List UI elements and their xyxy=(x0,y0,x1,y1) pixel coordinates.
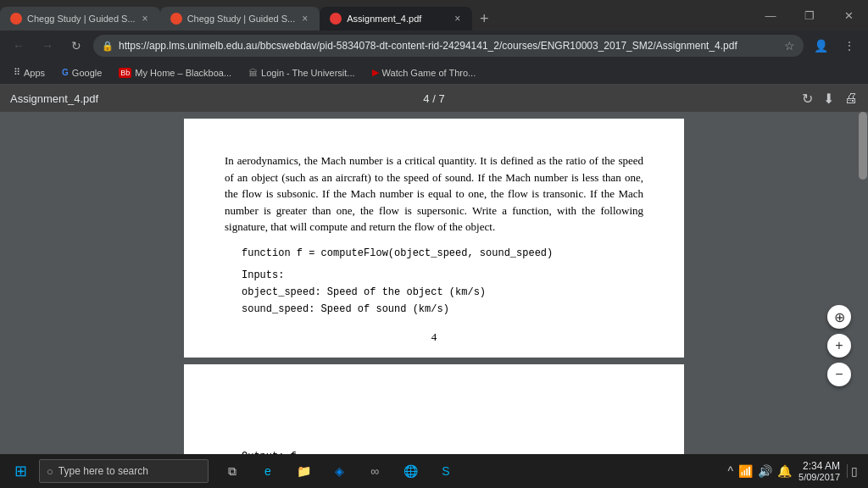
taskbar-search-icon: ○ xyxy=(47,465,53,478)
pdf-page-4: In aerodynamics, the Mach number is a cr… xyxy=(184,119,684,358)
tab-2-close[interactable]: × xyxy=(300,11,309,26)
forward-button[interactable]: → xyxy=(36,34,59,58)
taskbar-time-display: 2:34 AM xyxy=(798,460,840,472)
pdf-function-def: function f = computeFlow(object_speed, s… xyxy=(242,246,643,261)
tab-1-close[interactable]: × xyxy=(141,11,150,26)
bookmark-blackboard[interactable]: Bb My Home – Blackboa... xyxy=(112,64,238,82)
taskbar-edge[interactable]: e xyxy=(251,454,285,488)
bookmark-got-label: Watch Game of Thro... xyxy=(382,68,476,78)
tab-3-favicon xyxy=(330,13,342,25)
pdf-inputs-section: Inputs: object_speed: Speed of the objec… xyxy=(242,268,643,317)
scrollbar-thumb[interactable] xyxy=(859,112,867,180)
bookmark-apps-label: Apps xyxy=(24,68,45,78)
bookmark-star-icon[interactable]: ☆ xyxy=(784,39,795,53)
explorer-icon: 📁 xyxy=(297,464,311,478)
content-area: In aerodynamics, the Mach number is a cr… xyxy=(0,112,868,454)
window-controls: — ❐ ✕ xyxy=(751,0,868,30)
lock-icon: 🔒 xyxy=(102,41,114,52)
reload-icon: ↻ xyxy=(71,39,81,53)
taskbar-right: ^ 📶 🔊 🔔 2:34 AM 5/09/2017 ▯ xyxy=(727,460,865,482)
minimize-button[interactable]: — xyxy=(751,0,790,30)
infinity-icon: ∞ xyxy=(370,464,379,478)
pdf-refresh-button[interactable]: ↻ xyxy=(802,91,813,107)
pdf-function-line: function f = computeFlow(object_speed, s… xyxy=(242,246,643,261)
bookmark-google-icon: G xyxy=(62,68,69,77)
bookmark-apps[interactable]: ⠿ Apps xyxy=(7,64,52,82)
tab-3-label: Assignment_4.pdf xyxy=(347,14,448,24)
pdf-page-indicator: 4 / 7 xyxy=(423,92,444,105)
tab-2-label: Chegg Study | Guided S... xyxy=(187,14,296,24)
bookmark-google-label: Google xyxy=(72,68,102,78)
pdf-page-5-partial: Output: f -1 if the flow is subsonic 0 i… xyxy=(184,364,684,455)
zoom-controls: ⊕ + − xyxy=(827,305,851,386)
tab-2-favicon xyxy=(170,13,182,25)
tab-1-label: Chegg Study | Guided S... xyxy=(27,14,136,24)
taskbar-network-icon[interactable]: 📶 xyxy=(738,464,753,478)
taskbar-apps: ⧉ e 📁 ◈ ∞ 🌐 S xyxy=(215,454,463,488)
tab-1-favicon xyxy=(10,13,22,25)
taskbar-system-icons: ^ 📶 🔊 🔔 xyxy=(727,464,792,478)
pdf-toolbar: Assignment_4.pdf 4 / 7 ↻ ⬇ 🖨 xyxy=(0,85,868,112)
start-button[interactable]: ⊞ xyxy=(3,454,37,488)
tab-3-close[interactable]: × xyxy=(453,11,462,26)
taskbar-skype[interactable]: S xyxy=(429,454,463,488)
address-bar-row: ← → ↻ 🔒 https://app.lms.unimelb.edu.au/b… xyxy=(0,30,868,61)
taskbar-search[interactable]: ○ Type here to search xyxy=(39,459,209,483)
bookmark-apps-icon: ⠿ xyxy=(14,67,20,78)
pdf-download-button[interactable]: ⬇ xyxy=(823,91,834,107)
skype-icon: S xyxy=(442,464,449,478)
bookmark-login[interactable]: 🏛 Login - The Universit... xyxy=(242,64,361,82)
reload-button[interactable]: ↻ xyxy=(64,34,88,58)
taskview-icon: ⧉ xyxy=(228,464,236,479)
taskbar-show-desktop[interactable]: ▯ xyxy=(847,464,858,478)
taskbar-volume-icon[interactable]: 🔊 xyxy=(758,464,772,478)
address-text: https://app.lms.unimelb.edu.au/bbcswebda… xyxy=(119,40,779,52)
tab-1[interactable]: Chegg Study | Guided S... × xyxy=(0,7,160,30)
menu-button[interactable]: ⋮ xyxy=(837,34,861,58)
taskbar-infinity[interactable]: ∞ xyxy=(358,454,392,488)
scrollbar[interactable] xyxy=(858,112,868,454)
close-button[interactable]: ✕ xyxy=(829,0,868,30)
taskbar-taskview[interactable]: ⧉ xyxy=(215,454,249,488)
pdf-output-section: Output: f -1 if the flow is subsonic 0 i… xyxy=(242,449,643,455)
tab-3[interactable]: Assignment_4.pdf × xyxy=(320,7,472,30)
tab-bar: Chegg Study | Guided S... × Chegg Study … xyxy=(0,0,868,30)
forward-icon: → xyxy=(42,39,53,53)
pdf-input1: object_speed: Speed of the object (km/s) xyxy=(242,285,643,300)
back-button[interactable]: ← xyxy=(7,34,31,58)
dropbox-icon: ◈ xyxy=(335,464,344,478)
tab-2[interactable]: Chegg Study | Guided S... × xyxy=(160,7,320,30)
pdf-filename: Assignment_4.pdf xyxy=(10,92,802,105)
taskbar-chrome[interactable]: 🌐 xyxy=(393,454,427,488)
profile-button[interactable]: 👤 xyxy=(809,34,832,58)
pdf-inputs-label: Inputs: xyxy=(242,268,643,283)
bookmark-google[interactable]: G Google xyxy=(55,64,108,82)
zoom-out-button[interactable]: − xyxy=(827,363,851,386)
pdf-paragraph: In aerodynamics, the Mach number is a cr… xyxy=(225,152,643,236)
bookmark-got[interactable]: ▶ Watch Game of Thro... xyxy=(365,64,483,82)
new-tab-button[interactable]: + xyxy=(472,7,496,30)
taskbar-chevron-icon[interactable]: ^ xyxy=(727,464,733,478)
zoom-fit-button[interactable]: ⊕ xyxy=(827,305,851,329)
taskbar-clock[interactable]: 2:34 AM 5/09/2017 xyxy=(798,460,840,482)
bookmark-login-label: Login - The Universit... xyxy=(261,68,354,78)
bookmark-login-icon: 🏛 xyxy=(248,68,258,78)
taskbar-dropbox[interactable]: ◈ xyxy=(322,454,356,488)
taskbar-notification-icon[interactable]: 🔔 xyxy=(777,464,792,478)
maximize-button[interactable]: ❐ xyxy=(790,0,829,30)
taskbar-explorer[interactable]: 📁 xyxy=(287,454,320,488)
bookmark-got-icon: ▶ xyxy=(372,67,379,78)
pdf-input2: sound_speed: Speed of sound (km/s) xyxy=(242,302,643,317)
windows-logo-icon: ⊞ xyxy=(14,462,27,480)
pdf-tools-right: ↻ ⬇ 🖨 xyxy=(802,91,858,107)
pdf-print-button[interactable]: 🖨 xyxy=(844,91,858,106)
taskbar-date-display: 5/09/2017 xyxy=(798,472,840,482)
chrome-icon: 🌐 xyxy=(403,464,418,478)
pdf-page-number: 4 xyxy=(431,330,437,344)
zoom-in-button[interactable]: + xyxy=(827,334,851,358)
address-box[interactable]: 🔒 https://app.lms.unimelb.edu.au/bbcsweb… xyxy=(93,35,804,57)
bookmark-bb-label: My Home – Blackboa... xyxy=(135,68,231,78)
edge-icon: e xyxy=(264,464,271,478)
taskbar: ⊞ ○ Type here to search ⧉ e 📁 ◈ ∞ 🌐 xyxy=(0,454,868,488)
pdf-output-label: Output: f xyxy=(242,449,643,455)
